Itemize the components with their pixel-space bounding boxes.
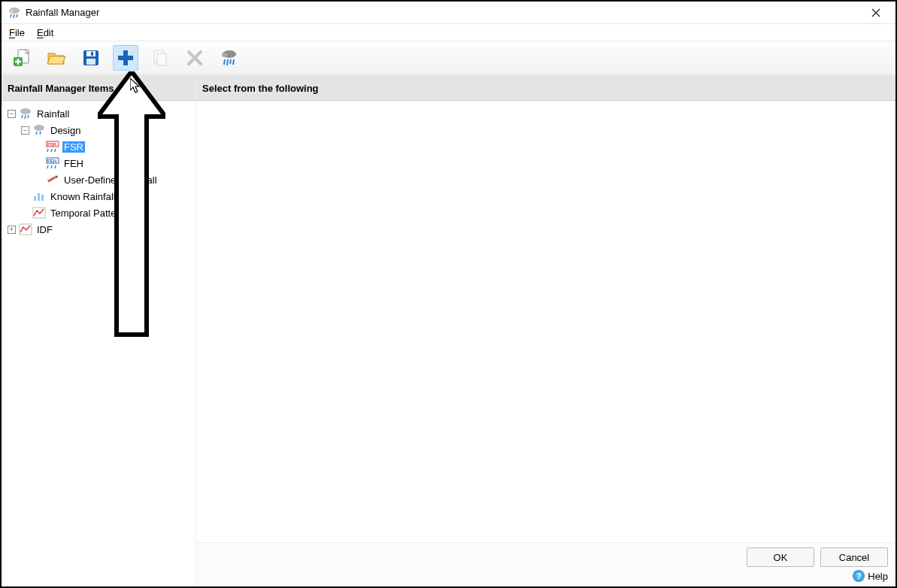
cloud-rain-icon	[32, 124, 46, 136]
sidebar: Rainfall Manager Items − Rainfall − Desi…	[2, 75, 195, 586]
svg-point-1	[9, 9, 14, 13]
svg-point-22	[222, 53, 228, 57]
svg-line-38	[55, 149, 56, 152]
svg-line-24	[227, 59, 228, 65]
tree-label: FSR	[62, 141, 85, 153]
svg-rect-14	[91, 52, 93, 56]
svg-line-28	[22, 115, 23, 118]
sidebar-header: Rainfall Manager Items	[2, 75, 195, 101]
svg-line-30	[28, 115, 29, 118]
cancel-button[interactable]: Cancel	[820, 547, 888, 567]
menu-file[interactable]: File	[9, 27, 25, 38]
help-link[interactable]: Help	[868, 571, 888, 582]
svg-line-41	[47, 165, 48, 168]
svg-line-25	[230, 59, 231, 64]
svg-line-42	[51, 165, 52, 168]
tree-label: Design	[49, 125, 82, 136]
svg-rect-46	[34, 196, 36, 201]
cloud-rain-icon	[19, 108, 32, 120]
titlebar: Rainfall Manager	[2, 2, 895, 24]
ok-button[interactable]: OK	[747, 547, 814, 567]
tree-node-temporal[interactable]: Temporal Patterns	[8, 205, 189, 221]
collapse-icon[interactable]: −	[8, 110, 16, 118]
pencil-icon	[46, 174, 59, 186]
toolbar	[2, 41, 895, 75]
close-button[interactable]	[861, 2, 891, 23]
help-icon[interactable]: ?	[853, 570, 865, 582]
open-button[interactable]	[44, 45, 69, 71]
menubar: File Edit	[2, 24, 895, 41]
tree-node-user-defined[interactable]: User-Defined Rainfall	[8, 171, 189, 188]
line-chart-icon	[19, 223, 32, 235]
svg-line-32	[36, 132, 37, 135]
svg-rect-18	[157, 53, 166, 65]
content: Rainfall Manager Items − Rainfall − Desi…	[2, 75, 895, 586]
menu-edit[interactable]: Edit	[37, 27, 53, 38]
delete-button[interactable]	[182, 45, 208, 71]
feh-icon: FEH	[46, 157, 59, 169]
svg-rect-13	[86, 59, 95, 65]
svg-rect-48	[41, 195, 44, 201]
line-chart-icon	[32, 207, 46, 219]
tree-node-rainfall[interactable]: − Rainfall	[8, 105, 189, 122]
rainfall-button[interactable]	[217, 45, 242, 71]
collapse-icon[interactable]: −	[21, 126, 29, 135]
add-button[interactable]	[113, 45, 138, 71]
main-panel: Select from the following OK Cancel ? He…	[195, 75, 895, 586]
svg-line-4	[17, 14, 17, 17]
svg-line-36	[47, 149, 48, 152]
svg-line-2	[11, 14, 11, 17]
svg-point-31	[34, 125, 44, 131]
tree-label: FEH	[62, 158, 85, 169]
tree: − Rainfall − Design FSR	[2, 101, 195, 586]
svg-line-3	[14, 14, 14, 18]
svg-point-27	[20, 108, 31, 114]
tree-node-design[interactable]: − Design	[8, 122, 189, 138]
new-doc-button[interactable]	[9, 45, 35, 71]
window: Rainfall Manager File Edit	[0, 0, 897, 588]
svg-text:FEH: FEH	[47, 159, 56, 163]
svg-line-33	[40, 132, 41, 135]
save-button[interactable]	[78, 45, 104, 71]
tree-node-idf[interactable]: + IDF	[8, 221, 189, 238]
copy-button[interactable]	[147, 45, 173, 71]
main-content-empty	[196, 101, 895, 542]
tree-label: IDF	[35, 224, 54, 235]
bar-chart-icon	[32, 190, 46, 202]
main-header: Select from the following	[196, 75, 895, 101]
tree-label: Rainfall	[35, 108, 71, 120]
svg-rect-44	[47, 176, 56, 183]
tree-label: User-Defined Rainfall	[62, 174, 159, 186]
svg-line-26	[233, 59, 234, 65]
window-title: Rainfall Manager	[26, 7, 99, 18]
svg-text:FSR: FSR	[47, 142, 57, 147]
tree-node-feh[interactable]: FEH FEH	[8, 155, 189, 171]
svg-line-37	[51, 149, 52, 152]
svg-line-23	[224, 59, 225, 65]
svg-rect-47	[38, 193, 40, 201]
expand-icon[interactable]: +	[8, 226, 16, 234]
svg-line-29	[25, 115, 26, 119]
footer: OK Cancel ? Help	[196, 542, 895, 586]
tree-label: Temporal Patterns	[49, 208, 132, 219]
tree-node-fsr[interactable]: FSR FSR	[8, 138, 189, 155]
app-icon	[8, 6, 21, 20]
tree-node-known[interactable]: Known Rainfall	[8, 188, 189, 205]
fsr-icon: FSR	[46, 141, 59, 153]
svg-line-43	[55, 165, 56, 168]
tree-label: Known Rainfall	[49, 191, 117, 202]
